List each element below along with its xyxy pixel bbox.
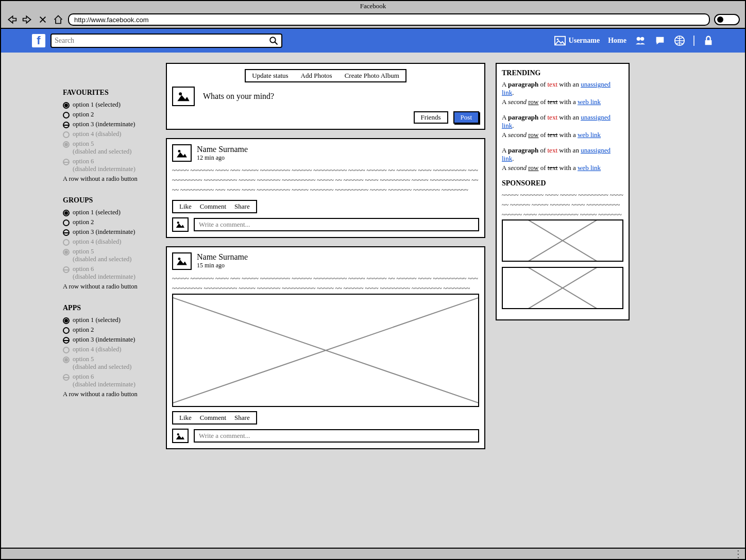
forward-icon[interactable]	[22, 14, 33, 25]
link[interactable]: web link	[578, 98, 601, 106]
comment-input[interactable]	[194, 429, 479, 443]
sidebar-item: option 4 (disabled)	[63, 237, 156, 247]
lock-icon[interactable]	[703, 35, 714, 46]
radio-icon	[63, 219, 70, 226]
search-box[interactable]	[50, 33, 282, 48]
sidebar-item[interactable]: option 3 (indeterminate)	[63, 335, 156, 345]
svg-rect-6	[705, 40, 712, 45]
image-placeholder[interactable]	[172, 294, 479, 407]
post: Name Surname 12 min ago ~~~~~ ~~~~~~~ ~~…	[166, 138, 485, 238]
svg-point-8	[178, 150, 181, 152]
sidebar-item: A row without a radio button	[63, 389, 156, 399]
sidebar-item: option 4 (disabled)	[63, 345, 156, 354]
left-sidebar: FAVOURITES option 1 (selected) option 2 …	[22, 63, 156, 537]
back-icon[interactable]	[6, 14, 18, 25]
messages-icon[interactable]	[654, 35, 666, 46]
sidebar-item: A row without a radio button	[63, 174, 156, 184]
sidebar-item[interactable]: option 3 (indeterminate)	[63, 120, 156, 129]
sidebar-item[interactable]: option 2	[63, 325, 156, 335]
comment-button[interactable]: Comment	[200, 414, 226, 422]
close-icon[interactable]	[37, 14, 48, 25]
resize-grip-icon[interactable]: ⋰	[733, 548, 744, 559]
browser-toolbar	[1, 11, 745, 28]
sponsored-title: SPONSORED	[502, 179, 623, 188]
avatar-icon[interactable]	[172, 144, 192, 162]
trending-item: A paragraph of text with an unassigned l…	[502, 113, 623, 130]
post: Name Surname 15 min ago ~~~~~ ~~~~~~~ ~~…	[166, 246, 485, 449]
link[interactable]: web link	[578, 164, 601, 172]
like-button[interactable]: Like	[179, 414, 192, 422]
radio-disabled-selected-icon	[63, 141, 70, 148]
comment-button[interactable]: Comment	[200, 202, 226, 211]
radio-selected-icon	[63, 102, 70, 109]
right-sidebar: TRENDING A paragraph of text with an una…	[496, 63, 630, 537]
ad-image-placeholder[interactable]	[502, 219, 623, 262]
sidebar-item: option 5(disabled and selected)	[63, 354, 156, 372]
post-author[interactable]: Name Surname	[197, 252, 248, 262]
sidebar-item: option 6(disabled indeterminate)	[63, 157, 156, 174]
tab-add-photos[interactable]: Add Photos	[295, 70, 338, 81]
photo-icon	[554, 36, 566, 46]
svg-point-2	[556, 38, 558, 40]
like-button[interactable]: Like	[179, 202, 192, 211]
sidebar-item[interactable]: option 1 (selected)	[63, 100, 156, 110]
tab-update-status[interactable]: Update status	[246, 70, 294, 81]
friends-icon[interactable]	[635, 35, 646, 46]
feed: Update status Add Photos Create Photo Al…	[166, 63, 485, 537]
ad-image-placeholder[interactable]	[502, 267, 623, 309]
sidebar-item: option 6(disabled indeterminate)	[63, 372, 156, 389]
post-author[interactable]: Name Surname	[197, 145, 248, 154]
fb-header: f Username Home	[1, 29, 745, 53]
sidebar-item: A row without a radio button	[63, 282, 156, 292]
search-input[interactable]	[55, 37, 269, 45]
tab-create-album[interactable]: Create Photo Album	[338, 70, 405, 81]
composer: Update status Add Photos Create Photo Al…	[166, 63, 485, 130]
globe-icon[interactable]	[674, 35, 685, 46]
radio-selected-icon	[63, 210, 70, 216]
comment-input[interactable]	[194, 218, 479, 231]
image-placeholder-icon	[172, 87, 195, 106]
profile-link[interactable]: Username	[554, 36, 600, 46]
groups-section: GROUPS option 1 (selected) option 2 opti…	[63, 196, 156, 292]
sidebar-item[interactable]: option 3 (indeterminate)	[63, 227, 156, 237]
url-input[interactable]	[68, 13, 710, 26]
link[interactable]: web link	[578, 131, 601, 139]
sidebar-item[interactable]: option 1 (selected)	[63, 208, 156, 217]
post-time: 12 min ago	[197, 154, 248, 162]
sidebar-item: option 5(disabled and selected)	[63, 247, 156, 264]
radio-disabled-selected-icon	[63, 357, 70, 363]
sidebar-item[interactable]: option 1 (selected)	[63, 315, 156, 325]
svg-point-7	[179, 92, 182, 95]
avatar-icon[interactable]	[172, 252, 192, 270]
post-button[interactable]: Post	[453, 111, 479, 124]
sponsored-text: ~~~~~ ~~~~~~~ ~~~~ ~~~~~ ~~~~~~~~~ ~~~~~…	[502, 191, 623, 219]
sidebar-item[interactable]: option 2	[63, 110, 156, 120]
share-button[interactable]: Share	[234, 202, 250, 211]
radio-selected-icon	[63, 317, 70, 324]
search-icon[interactable]	[269, 36, 278, 45]
composer-tabs: Update status Add Photos Create Photo Al…	[245, 69, 406, 82]
sidebar-item[interactable]: option 2	[63, 217, 156, 227]
avatar-icon	[172, 217, 189, 232]
home-icon[interactable]	[53, 14, 64, 25]
svg-point-10	[178, 258, 181, 260]
trending-card: TRENDING A paragraph of text with an una…	[496, 63, 630, 320]
radio-indeterminate-icon	[63, 229, 70, 236]
trending-item: A second row of text with a web link	[502, 98, 623, 106]
post-actions: Like Comment Share	[172, 411, 257, 425]
sidebar-item: option 6(disabled indeterminate)	[63, 264, 156, 282]
friends-button[interactable]: Friends	[414, 111, 448, 124]
separator	[693, 36, 694, 46]
share-button[interactable]: Share	[234, 414, 250, 422]
section-title: FAVOURITES	[63, 89, 156, 97]
favourites-section: FAVOURITES option 1 (selected) option 2 …	[63, 89, 156, 184]
composer-prompt[interactable]: Whats on your mind?	[203, 92, 274, 101]
home-link[interactable]: Home	[608, 37, 626, 45]
status-bar: ⋰	[1, 548, 745, 559]
radio-disabled-icon	[63, 131, 70, 138]
throbber-icon	[714, 14, 740, 25]
window-title: Facebook	[1, 1, 745, 11]
svg-point-3	[637, 37, 640, 41]
fb-logo-icon[interactable]: f	[32, 34, 45, 47]
radio-disabled-ind-icon	[63, 159, 70, 165]
